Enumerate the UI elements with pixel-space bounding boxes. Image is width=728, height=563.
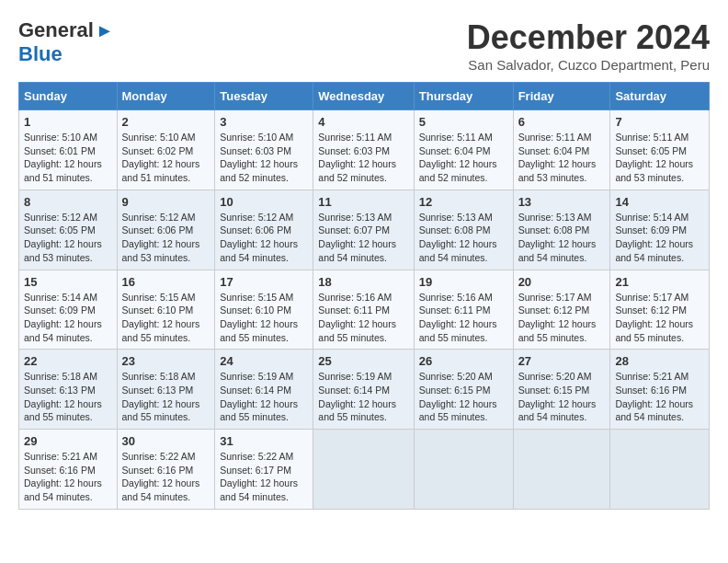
day-number: 6 <box>518 115 606 129</box>
title-area: December 2024 San Salvador, Cuzco Depart… <box>467 18 710 73</box>
calendar-week-row: 29Sunrise: 5:21 AM Sunset: 6:16 PM Dayli… <box>19 430 710 510</box>
calendar-cell: 11Sunrise: 5:13 AM Sunset: 6:07 PM Dayli… <box>313 190 414 270</box>
day-number: 23 <box>122 354 210 368</box>
weekday-header-sunday: Sunday <box>19 83 118 110</box>
calendar-cell: 19Sunrise: 5:16 AM Sunset: 6:11 PM Dayli… <box>414 270 513 350</box>
day-info: Sunrise: 5:12 AM Sunset: 6:06 PM Dayligh… <box>122 211 210 265</box>
day-info: Sunrise: 5:15 AM Sunset: 6:10 PM Dayligh… <box>220 291 308 345</box>
day-number: 9 <box>122 195 210 209</box>
calendar-cell: 6Sunrise: 5:11 AM Sunset: 6:04 PM Daylig… <box>513 110 610 190</box>
day-info: Sunrise: 5:18 AM Sunset: 6:13 PM Dayligh… <box>24 370 112 424</box>
day-number: 26 <box>419 354 508 368</box>
calendar-cell: 4Sunrise: 5:11 AM Sunset: 6:03 PM Daylig… <box>313 110 414 190</box>
day-number: 24 <box>220 354 308 368</box>
calendar-cell: 29Sunrise: 5:21 AM Sunset: 6:16 PM Dayli… <box>19 430 118 510</box>
day-info: Sunrise: 5:17 AM Sunset: 6:12 PM Dayligh… <box>518 291 606 345</box>
day-info: Sunrise: 5:12 AM Sunset: 6:05 PM Dayligh… <box>24 211 112 265</box>
day-info: Sunrise: 5:19 AM Sunset: 6:14 PM Dayligh… <box>318 370 408 424</box>
day-number: 13 <box>518 195 606 209</box>
logo: General ► Blue <box>18 18 114 66</box>
day-number: 18 <box>318 275 408 289</box>
calendar-header-row: SundayMondayTuesdayWednesdayThursdayFrid… <box>19 83 710 110</box>
day-info: Sunrise: 5:11 AM Sunset: 6:03 PM Dayligh… <box>318 131 408 185</box>
day-info: Sunrise: 5:11 AM Sunset: 6:04 PM Dayligh… <box>518 131 606 185</box>
day-number: 16 <box>122 275 210 289</box>
calendar-cell: 13Sunrise: 5:13 AM Sunset: 6:08 PM Dayli… <box>513 190 610 270</box>
calendar-cell: 30Sunrise: 5:22 AM Sunset: 6:16 PM Dayli… <box>117 430 215 510</box>
day-info: Sunrise: 5:21 AM Sunset: 6:16 PM Dayligh… <box>615 370 704 424</box>
calendar-cell: 3Sunrise: 5:10 AM Sunset: 6:03 PM Daylig… <box>215 110 313 190</box>
calendar-cell: 5Sunrise: 5:11 AM Sunset: 6:04 PM Daylig… <box>414 110 513 190</box>
logo-bird-icon: ► <box>96 20 114 41</box>
day-info: Sunrise: 5:16 AM Sunset: 6:11 PM Dayligh… <box>318 291 408 345</box>
day-info: Sunrise: 5:16 AM Sunset: 6:11 PM Dayligh… <box>419 291 508 345</box>
day-info: Sunrise: 5:20 AM Sunset: 6:15 PM Dayligh… <box>419 370 508 424</box>
day-info: Sunrise: 5:21 AM Sunset: 6:16 PM Dayligh… <box>24 450 112 504</box>
day-number: 29 <box>24 434 112 448</box>
calendar-cell: 2Sunrise: 5:10 AM Sunset: 6:02 PM Daylig… <box>117 110 215 190</box>
day-number: 1 <box>24 115 112 129</box>
day-number: 3 <box>220 115 308 129</box>
day-number: 7 <box>615 115 704 129</box>
calendar-cell: 31Sunrise: 5:22 AM Sunset: 6:17 PM Dayli… <box>215 430 313 510</box>
calendar-cell <box>513 430 610 510</box>
calendar-cell: 17Sunrise: 5:15 AM Sunset: 6:10 PM Dayli… <box>215 270 313 350</box>
day-info: Sunrise: 5:11 AM Sunset: 6:04 PM Dayligh… <box>419 131 508 185</box>
calendar-cell: 16Sunrise: 5:15 AM Sunset: 6:10 PM Dayli… <box>117 270 215 350</box>
calendar-week-row: 1Sunrise: 5:10 AM Sunset: 6:01 PM Daylig… <box>19 110 710 190</box>
calendar-week-row: 15Sunrise: 5:14 AM Sunset: 6:09 PM Dayli… <box>19 270 710 350</box>
calendar-cell: 22Sunrise: 5:18 AM Sunset: 6:13 PM Dayli… <box>19 350 118 430</box>
day-number: 17 <box>220 275 308 289</box>
calendar-cell: 12Sunrise: 5:13 AM Sunset: 6:08 PM Dayli… <box>414 190 513 270</box>
day-info: Sunrise: 5:17 AM Sunset: 6:12 PM Dayligh… <box>615 291 704 345</box>
day-info: Sunrise: 5:14 AM Sunset: 6:09 PM Dayligh… <box>24 291 112 345</box>
day-number: 20 <box>518 275 606 289</box>
day-info: Sunrise: 5:19 AM Sunset: 6:14 PM Dayligh… <box>220 370 308 424</box>
day-info: Sunrise: 5:13 AM Sunset: 6:07 PM Dayligh… <box>318 211 408 265</box>
calendar-cell: 26Sunrise: 5:20 AM Sunset: 6:15 PM Dayli… <box>414 350 513 430</box>
day-info: Sunrise: 5:15 AM Sunset: 6:10 PM Dayligh… <box>122 291 210 345</box>
day-info: Sunrise: 5:18 AM Sunset: 6:13 PM Dayligh… <box>122 370 210 424</box>
calendar-week-row: 8Sunrise: 5:12 AM Sunset: 6:05 PM Daylig… <box>19 190 710 270</box>
header: General ► Blue December 2024 San Salvado… <box>18 18 710 73</box>
day-number: 15 <box>24 275 112 289</box>
day-info: Sunrise: 5:13 AM Sunset: 6:08 PM Dayligh… <box>518 211 606 265</box>
weekday-header-monday: Monday <box>117 83 215 110</box>
calendar-cell <box>313 430 414 510</box>
calendar-cell <box>414 430 513 510</box>
day-number: 2 <box>122 115 210 129</box>
weekday-header-friday: Friday <box>513 83 610 110</box>
day-number: 27 <box>518 354 606 368</box>
calendar-cell: 1Sunrise: 5:10 AM Sunset: 6:01 PM Daylig… <box>19 110 118 190</box>
calendar-cell: 15Sunrise: 5:14 AM Sunset: 6:09 PM Dayli… <box>19 270 118 350</box>
day-info: Sunrise: 5:14 AM Sunset: 6:09 PM Dayligh… <box>615 211 704 265</box>
day-number: 12 <box>419 195 508 209</box>
calendar-cell: 23Sunrise: 5:18 AM Sunset: 6:13 PM Dayli… <box>117 350 215 430</box>
weekday-header-saturday: Saturday <box>610 83 710 110</box>
day-info: Sunrise: 5:11 AM Sunset: 6:05 PM Dayligh… <box>615 131 704 185</box>
calendar-cell: 25Sunrise: 5:19 AM Sunset: 6:14 PM Dayli… <box>313 350 414 430</box>
day-number: 31 <box>220 434 308 448</box>
day-number: 25 <box>318 354 408 368</box>
day-number: 4 <box>318 115 408 129</box>
day-number: 14 <box>615 195 704 209</box>
logo-blue: Blue <box>18 42 63 66</box>
day-info: Sunrise: 5:10 AM Sunset: 6:02 PM Dayligh… <box>122 131 210 185</box>
day-info: Sunrise: 5:20 AM Sunset: 6:15 PM Dayligh… <box>518 370 606 424</box>
day-info: Sunrise: 5:12 AM Sunset: 6:06 PM Dayligh… <box>220 211 308 265</box>
calendar-cell <box>610 430 710 510</box>
day-number: 22 <box>24 354 112 368</box>
calendar-cell: 7Sunrise: 5:11 AM Sunset: 6:05 PM Daylig… <box>610 110 710 190</box>
weekday-header-thursday: Thursday <box>414 83 513 110</box>
calendar-cell: 27Sunrise: 5:20 AM Sunset: 6:15 PM Dayli… <box>513 350 610 430</box>
day-number: 21 <box>615 275 704 289</box>
page-title: December 2024 <box>467 18 710 57</box>
day-info: Sunrise: 5:10 AM Sunset: 6:03 PM Dayligh… <box>220 131 308 185</box>
weekday-header-wednesday: Wednesday <box>313 83 414 110</box>
calendar-cell: 8Sunrise: 5:12 AM Sunset: 6:05 PM Daylig… <box>19 190 118 270</box>
calendar-week-row: 22Sunrise: 5:18 AM Sunset: 6:13 PM Dayli… <box>19 350 710 430</box>
calendar-cell: 24Sunrise: 5:19 AM Sunset: 6:14 PM Dayli… <box>215 350 313 430</box>
calendar-cell: 28Sunrise: 5:21 AM Sunset: 6:16 PM Dayli… <box>610 350 710 430</box>
day-number: 19 <box>419 275 508 289</box>
day-info: Sunrise: 5:22 AM Sunset: 6:16 PM Dayligh… <box>122 450 210 504</box>
